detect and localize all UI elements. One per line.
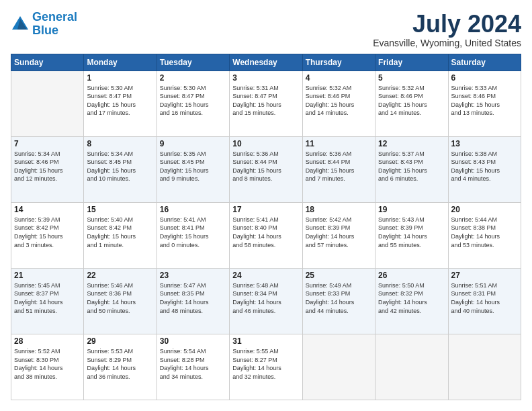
day-header-friday: Friday bbox=[375, 54, 448, 71]
calendar-cell: 17Sunrise: 5:41 AM Sunset: 8:40 PM Dayli… bbox=[230, 202, 302, 268]
day-info: Sunrise: 5:38 AM Sunset: 8:43 PM Dayligh… bbox=[451, 150, 518, 183]
day-info: Sunrise: 5:52 AM Sunset: 8:30 PM Dayligh… bbox=[14, 347, 81, 381]
day-number: 24 bbox=[232, 271, 299, 280]
calendar-table: SundayMondayTuesdayWednesdayThursdayFrid… bbox=[11, 54, 521, 400]
calendar-cell: 3Sunrise: 5:31 AM Sunset: 8:47 PM Daylig… bbox=[230, 71, 302, 136]
calendar-cell bbox=[448, 334, 521, 400]
calendar-cell: 28Sunrise: 5:52 AM Sunset: 8:30 PM Dayli… bbox=[11, 334, 84, 400]
day-info: Sunrise: 5:31 AM Sunset: 8:47 PM Dayligh… bbox=[232, 84, 299, 118]
calendar-cell: 10Sunrise: 5:36 AM Sunset: 8:44 PM Dayli… bbox=[230, 136, 302, 202]
day-number: 13 bbox=[451, 139, 518, 148]
day-number: 23 bbox=[160, 271, 226, 280]
day-number: 21 bbox=[14, 271, 81, 280]
day-info: Sunrise: 5:32 AM Sunset: 8:46 PM Dayligh… bbox=[306, 84, 372, 118]
day-info: Sunrise: 5:44 AM Sunset: 8:38 PM Dayligh… bbox=[451, 216, 518, 249]
day-info: Sunrise: 5:54 AM Sunset: 8:28 PM Dayligh… bbox=[160, 347, 226, 381]
calendar-week-2: 14Sunrise: 5:39 AM Sunset: 8:42 PM Dayli… bbox=[11, 202, 521, 268]
calendar-cell: 25Sunrise: 5:49 AM Sunset: 8:33 PM Dayli… bbox=[302, 268, 375, 334]
calendar-cell: 15Sunrise: 5:40 AM Sunset: 8:42 PM Dayli… bbox=[84, 202, 157, 268]
calendar-week-4: 28Sunrise: 5:52 AM Sunset: 8:30 PM Dayli… bbox=[11, 334, 521, 400]
day-number: 30 bbox=[160, 336, 226, 346]
day-header-thursday: Thursday bbox=[302, 54, 375, 71]
day-info: Sunrise: 5:41 AM Sunset: 8:41 PM Dayligh… bbox=[160, 216, 226, 249]
day-info: Sunrise: 5:40 AM Sunset: 8:42 PM Dayligh… bbox=[87, 216, 153, 249]
calendar-cell: 27Sunrise: 5:51 AM Sunset: 8:31 PM Dayli… bbox=[448, 268, 521, 334]
calendar-cell: 24Sunrise: 5:48 AM Sunset: 8:34 PM Dayli… bbox=[230, 268, 302, 334]
day-number: 19 bbox=[378, 205, 445, 214]
day-number: 16 bbox=[160, 205, 226, 214]
day-number: 4 bbox=[306, 73, 372, 83]
day-number: 9 bbox=[160, 139, 226, 148]
day-info: Sunrise: 5:55 AM Sunset: 8:27 PM Dayligh… bbox=[232, 347, 299, 381]
calendar-cell: 18Sunrise: 5:42 AM Sunset: 8:39 PM Dayli… bbox=[302, 202, 375, 268]
calendar-cell: 14Sunrise: 5:39 AM Sunset: 8:42 PM Dayli… bbox=[11, 202, 84, 268]
calendar-cell: 19Sunrise: 5:43 AM Sunset: 8:39 PM Dayli… bbox=[375, 202, 448, 268]
day-number: 29 bbox=[87, 336, 153, 346]
day-number: 3 bbox=[232, 73, 299, 83]
calendar-cell: 7Sunrise: 5:34 AM Sunset: 8:46 PM Daylig… bbox=[11, 136, 84, 202]
day-header-saturday: Saturday bbox=[448, 54, 521, 71]
day-info: Sunrise: 5:35 AM Sunset: 8:45 PM Dayligh… bbox=[160, 150, 226, 183]
day-info: Sunrise: 5:41 AM Sunset: 8:40 PM Dayligh… bbox=[232, 216, 299, 249]
day-number: 12 bbox=[378, 139, 445, 148]
day-info: Sunrise: 5:48 AM Sunset: 8:34 PM Dayligh… bbox=[232, 281, 299, 315]
day-number: 6 bbox=[451, 73, 518, 83]
day-info: Sunrise: 5:32 AM Sunset: 8:46 PM Dayligh… bbox=[378, 84, 445, 118]
calendar-cell: 4Sunrise: 5:32 AM Sunset: 8:46 PM Daylig… bbox=[302, 71, 375, 136]
calendar-cell: 23Sunrise: 5:47 AM Sunset: 8:35 PM Dayli… bbox=[157, 268, 229, 334]
day-number: 11 bbox=[306, 139, 372, 148]
day-header-monday: Monday bbox=[84, 54, 157, 71]
day-info: Sunrise: 5:45 AM Sunset: 8:37 PM Dayligh… bbox=[14, 281, 81, 315]
month-title: July 2024 bbox=[373, 11, 521, 38]
calendar-cell: 20Sunrise: 5:44 AM Sunset: 8:38 PM Dayli… bbox=[448, 202, 521, 268]
calendar-cell: 5Sunrise: 5:32 AM Sunset: 8:46 PM Daylig… bbox=[375, 71, 448, 136]
location: Evansville, Wyoming, United States bbox=[373, 38, 521, 48]
day-header-tuesday: Tuesday bbox=[157, 54, 229, 71]
calendar-cell: 26Sunrise: 5:50 AM Sunset: 8:32 PM Dayli… bbox=[375, 268, 448, 334]
calendar-cell: 11Sunrise: 5:36 AM Sunset: 8:44 PM Dayli… bbox=[302, 136, 375, 202]
day-info: Sunrise: 5:47 AM Sunset: 8:35 PM Dayligh… bbox=[160, 281, 226, 315]
calendar-cell: 13Sunrise: 5:38 AM Sunset: 8:43 PM Dayli… bbox=[448, 136, 521, 202]
calendar-cell bbox=[375, 334, 448, 400]
day-number: 10 bbox=[232, 139, 299, 148]
calendar-cell: 30Sunrise: 5:54 AM Sunset: 8:28 PM Dayli… bbox=[157, 334, 229, 400]
day-number: 20 bbox=[451, 205, 518, 214]
day-info: Sunrise: 5:34 AM Sunset: 8:46 PM Dayligh… bbox=[14, 150, 81, 183]
logo-icon bbox=[11, 15, 30, 34]
day-number: 31 bbox=[232, 336, 299, 346]
calendar-cell: 22Sunrise: 5:46 AM Sunset: 8:36 PM Dayli… bbox=[84, 268, 157, 334]
calendar-cell bbox=[11, 71, 84, 136]
day-info: Sunrise: 5:36 AM Sunset: 8:44 PM Dayligh… bbox=[232, 150, 299, 183]
day-info: Sunrise: 5:51 AM Sunset: 8:31 PM Dayligh… bbox=[451, 281, 518, 315]
calendar-cell: 29Sunrise: 5:53 AM Sunset: 8:29 PM Dayli… bbox=[84, 334, 157, 400]
calendar-cell: 2Sunrise: 5:30 AM Sunset: 8:47 PM Daylig… bbox=[157, 71, 229, 136]
day-info: Sunrise: 5:33 AM Sunset: 8:46 PM Dayligh… bbox=[451, 84, 518, 118]
day-info: Sunrise: 5:30 AM Sunset: 8:47 PM Dayligh… bbox=[160, 84, 226, 118]
day-number: 17 bbox=[232, 205, 299, 214]
day-info: Sunrise: 5:49 AM Sunset: 8:33 PM Dayligh… bbox=[306, 281, 372, 315]
day-number: 5 bbox=[378, 73, 445, 83]
day-number: 8 bbox=[87, 139, 153, 148]
page: General Blue July 2024 Evansville, Wyomi… bbox=[0, 0, 532, 411]
day-info: Sunrise: 5:43 AM Sunset: 8:39 PM Dayligh… bbox=[378, 216, 445, 249]
day-info: Sunrise: 5:36 AM Sunset: 8:44 PM Dayligh… bbox=[306, 150, 372, 183]
calendar-week-1: 7Sunrise: 5:34 AM Sunset: 8:46 PM Daylig… bbox=[11, 136, 521, 202]
calendar-cell: 21Sunrise: 5:45 AM Sunset: 8:37 PM Dayli… bbox=[11, 268, 84, 334]
header: General Blue July 2024 Evansville, Wyomi… bbox=[11, 11, 521, 48]
day-number: 28 bbox=[14, 336, 81, 346]
calendar-cell: 9Sunrise: 5:35 AM Sunset: 8:45 PM Daylig… bbox=[157, 136, 229, 202]
day-info: Sunrise: 5:34 AM Sunset: 8:45 PM Dayligh… bbox=[87, 150, 153, 183]
logo: General Blue bbox=[11, 11, 77, 38]
day-info: Sunrise: 5:50 AM Sunset: 8:32 PM Dayligh… bbox=[378, 281, 445, 315]
calendar-week-0: 1Sunrise: 5:30 AM Sunset: 8:47 PM Daylig… bbox=[11, 71, 521, 136]
day-header-wednesday: Wednesday bbox=[230, 54, 302, 71]
calendar-header-row: SundayMondayTuesdayWednesdayThursdayFrid… bbox=[11, 54, 521, 71]
day-number: 18 bbox=[306, 205, 372, 214]
calendar-week-3: 21Sunrise: 5:45 AM Sunset: 8:37 PM Dayli… bbox=[11, 268, 521, 334]
title-area: July 2024 Evansville, Wyoming, United St… bbox=[373, 11, 521, 48]
calendar-cell: 8Sunrise: 5:34 AM Sunset: 8:45 PM Daylig… bbox=[84, 136, 157, 202]
day-info: Sunrise: 5:46 AM Sunset: 8:36 PM Dayligh… bbox=[87, 281, 153, 315]
day-number: 1 bbox=[87, 73, 153, 83]
day-info: Sunrise: 5:42 AM Sunset: 8:39 PM Dayligh… bbox=[306, 216, 372, 249]
day-info: Sunrise: 5:39 AM Sunset: 8:42 PM Dayligh… bbox=[14, 216, 81, 249]
